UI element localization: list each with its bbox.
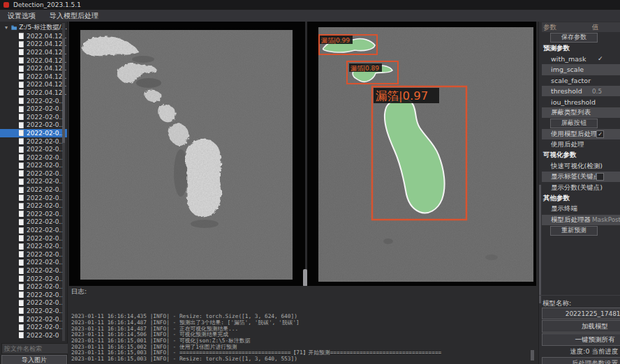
folder-icon — [11, 24, 17, 31]
parameter-value[interactable]: MaskPostPro — [592, 216, 620, 223]
tree-item[interactable]: 2022-02-0... — [0, 299, 67, 308]
tree-item[interactable]: 2022-02-0... — [0, 291, 67, 299]
parameter-row[interactable]: threshold threshold 0.5 ✓ ✓ — [542, 86, 620, 96]
parameter-row[interactable]: 其他参数 其他参数 ✓ ✓ — [542, 193, 620, 204]
tree-item[interactable]: 2022-02-0... — [0, 185, 67, 194]
file-icon — [19, 316, 24, 322]
parameter-button[interactable]: 屏蔽按钮 — [550, 119, 598, 128]
checkbox[interactable]: ✓ — [596, 173, 604, 181]
tree-item[interactable]: 2022-02-0... — [0, 129, 67, 137]
tree-item[interactable]: 2022-02-0 — [0, 331, 67, 340]
parameter-row[interactable]: 保存参数 保存参数 ✓ ✓ — [542, 32, 620, 43]
original-image-viewer[interactable] — [69, 22, 305, 286]
chevron-down-icon[interactable]: ▾ — [5, 24, 9, 31]
parameter-row[interactable]: 显示分数(关键点) 显示分数(关键点) ✓ ✓ — [542, 182, 620, 192]
file-sidebar: ▾ Z:/5-标注数据/... 2022.04.12... 2022.04.12… — [0, 22, 68, 364]
predict-all-button[interactable]: 一键预测所有 — [542, 333, 620, 346]
tree-item[interactable]: 2022-02-0... — [0, 307, 67, 315]
parameter-row[interactable]: 模型后处理器 模型后处理器 MaskPostPro ✓ ✓ — [542, 215, 620, 225]
file-icon — [19, 33, 24, 39]
file-icon — [19, 57, 24, 63]
load-model-button[interactable]: 加载模型 — [542, 320, 620, 333]
log-scrollbar[interactable] — [531, 350, 534, 361]
menu-item[interactable]: 设置选项 — [1, 10, 42, 22]
tree-item[interactable]: 2022-02-0... — [0, 226, 67, 234]
tree-item[interactable]: 2022-02-0... — [0, 137, 67, 146]
tree-root-folder[interactable]: ▾ Z:/5-标注数据/... — [0, 23, 67, 32]
tree-item[interactable]: 2022-02-0... — [0, 242, 67, 250]
parameter-row[interactable]: 预测参数 预测参数 ✓ ✓ — [542, 43, 620, 53]
prediction-image-viewer[interactable]: 漏箔|0.99 漏箔|0.89 漏箔|0.97 — [307, 22, 536, 286]
parameter-row[interactable]: 使用后处理 使用后处理 ✓ ✓ — [542, 139, 620, 150]
parameter-row[interactable]: 屏蔽按钮 屏蔽按钮 ✓ ✓ — [542, 118, 620, 128]
parameter-button[interactable]: 重新预测 — [550, 226, 598, 236]
tree-item[interactable]: 2022-02-0... — [0, 169, 67, 178]
tree-item[interactable]: 2022.04.12... — [0, 48, 67, 56]
tree-item[interactable]: 2022.04.12... — [0, 89, 67, 97]
file-tree: ▾ Z:/5-标注数据/... 2022.04.12... 2022.04.12… — [0, 23, 67, 342]
parameter-label: 使用模型后处理 — [542, 130, 598, 139]
checkbox[interactable]: ✓ — [596, 130, 604, 138]
tree-item[interactable]: 2022-02-0... — [0, 97, 67, 105]
tree-item[interactable]: 2022.04.12... — [0, 81, 67, 89]
menu-bar: 设置选项导入模型后处理 — [0, 10, 620, 22]
postprocess-settings-button[interactable]: 后处理参数设置 — [542, 357, 620, 364]
parameter-button[interactable]: 保存参数 — [550, 33, 598, 43]
parameter-value[interactable]: 0.5 — [592, 88, 602, 95]
file-icon — [19, 122, 24, 128]
parameter-table: 参数 值 保存参数 保存参数 ✓ ✓ 预测参数 预测参数 ✓ ✓ — [542, 22, 620, 236]
tree-item[interactable]: 2022.04.12... — [0, 73, 67, 81]
parameter-row[interactable]: 重新预测 重新预测 ✓ ✓ — [542, 225, 620, 236]
log-lines[interactable]: 2023-01-11 16:16:14,435 |INFO| - Resize:… — [71, 296, 532, 363]
check-icon[interactable]: ✓ — [598, 55, 603, 62]
search-input[interactable] — [1, 343, 70, 354]
parameter-scrollbar[interactable] — [539, 185, 541, 303]
parameter-row[interactable]: scale_factor scale_factor ✓ ✓ — [542, 75, 620, 86]
tree-item[interactable]: 2022.04.12... — [0, 64, 67, 73]
tree-item[interactable]: 2022.04.12... — [0, 56, 67, 65]
import-image-button[interactable]: 导入图片 — [1, 355, 67, 364]
menu-item[interactable]: 导入模型后处理 — [43, 10, 105, 22]
parameter-row[interactable]: 使用模型后处理 使用模型后处理 ✓ ✓ — [542, 129, 620, 139]
tree-item-label: 2022-02-0... — [27, 283, 65, 290]
tree-item[interactable]: 2022-02-0... — [0, 145, 67, 153]
file-icon — [19, 98, 24, 104]
parameter-row[interactable]: iou_threshold iou_threshold ✓ ✓ — [542, 96, 620, 107]
tree-item[interactable]: 2022-02-0... — [0, 218, 67, 227]
tree-item-label: 2022.04.12... — [27, 33, 67, 40]
tree-item[interactable]: 2022.04.12... — [0, 40, 67, 49]
tree-item[interactable]: 2022-02-0... — [0, 250, 67, 259]
file-icon — [19, 195, 24, 201]
viewer-divider-handle[interactable] — [303, 269, 307, 287]
parameter-row[interactable]: 快速可视化(检测) 快速可视化(检测) ✓ ✓ — [542, 161, 620, 172]
parameter-row[interactable]: with_mask with_mask ✓ ✓ — [542, 54, 620, 64]
tree-item[interactable]: 2022-02-0... — [0, 162, 67, 170]
tree-item[interactable]: 2022-02-0... — [0, 210, 67, 218]
parameter-row[interactable]: 可视化参数 可视化参数 ✓ ✓ — [542, 150, 620, 160]
parameter-row[interactable]: img_scale img_scale ✓ ✓ — [542, 64, 620, 75]
parameter-row[interactable]: 显示标签(关键点) 显示标签(关键点) ✓ ✓ — [542, 172, 620, 182]
app-icon — [3, 2, 9, 8]
tree-item[interactable]: 2022-02-0... — [0, 105, 67, 113]
tree-item[interactable]: 2022-02-0... — [0, 194, 67, 202]
model-name-field[interactable]: 20221225_174813 — [542, 308, 620, 319]
tree-item[interactable]: 2022.04.12... — [0, 32, 67, 40]
parameter-row[interactable]: 屏蔽类型列表 屏蔽类型列表 ✓ ✓ — [542, 107, 620, 118]
tree-item[interactable]: 2022-02-0... — [0, 259, 67, 267]
tree-scrollbar[interactable] — [62, 23, 65, 341]
parameter-table-header: 参数 值 — [542, 22, 620, 32]
tree-item[interactable]: 2022-02-0... — [0, 234, 67, 243]
tree-item[interactable]: 2022-02-0... — [0, 202, 67, 210]
file-icon — [19, 332, 24, 338]
tree-item[interactable]: 2022-02-0... — [0, 178, 67, 186]
tree-item[interactable]: 2022-02-0... — [0, 266, 67, 275]
tree-item[interactable]: 2022-02-0... — [0, 315, 67, 324]
tree-item[interactable]: 2022-02-0... — [0, 275, 67, 283]
tree-item[interactable]: 2022-02-0... — [0, 113, 67, 121]
tree-item[interactable]: 2022-02-0... — [0, 282, 67, 291]
tree-item[interactable]: 2022-02-0... — [0, 121, 67, 130]
parameter-row[interactable]: 显示终端 显示终端 ✓ ✓ — [542, 204, 620, 214]
tree-item[interactable]: 2022-02-0... — [0, 153, 67, 162]
tree-item[interactable]: 2022-02-0... — [0, 323, 67, 331]
window-title: Detection_2023.1.5.1 — [13, 1, 81, 8]
